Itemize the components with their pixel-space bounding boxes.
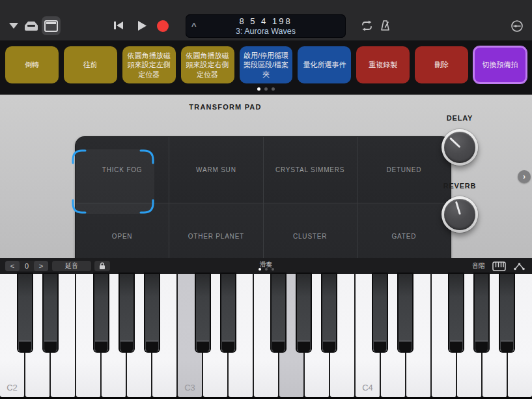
black-key[interactable] bbox=[449, 274, 463, 351]
delay-knob-label: DELAY bbox=[421, 114, 499, 122]
shortcut-button[interactable]: 重複錄製 bbox=[356, 46, 410, 83]
tracks-view-icon bbox=[44, 20, 58, 32]
record-icon bbox=[157, 20, 169, 32]
transform-pad-cell[interactable]: THICK FOG bbox=[76, 137, 169, 203]
shortcut-button[interactable]: 啟用/停用循環樂段區段/檔案夾 bbox=[240, 46, 293, 83]
navigation-chevron-button[interactable] bbox=[9, 23, 18, 29]
tracks-view-button[interactable] bbox=[42, 16, 61, 35]
play-button[interactable] bbox=[136, 20, 147, 31]
keyboard-mode-dots[interactable] bbox=[0, 268, 532, 271]
pad-label: OPEN bbox=[112, 233, 133, 240]
delay-knob[interactable] bbox=[441, 129, 478, 166]
page-dot bbox=[265, 268, 268, 271]
shortcut-page-dots[interactable] bbox=[0, 87, 532, 91]
transform-pad-cell[interactable]: DETUNED bbox=[357, 137, 451, 203]
piano-keyboard: C2C3C4 bbox=[0, 274, 532, 399]
shortcut-button[interactable]: 刪除 bbox=[415, 46, 468, 83]
pad-label: GATED bbox=[392, 233, 417, 240]
key-octave-label: C3 bbox=[178, 383, 202, 392]
black-key[interactable] bbox=[399, 274, 412, 351]
cycle-button[interactable] bbox=[360, 20, 374, 31]
metronome-button[interactable] bbox=[379, 20, 391, 31]
shortcut-button[interactable]: 依圓角播放磁頭來設定右側定位器 bbox=[181, 46, 234, 83]
lcd-position-readout: 8 5 4 198 bbox=[186, 16, 346, 26]
black-key[interactable] bbox=[272, 274, 285, 351]
shortcut-button[interactable]: 切換預備拍 bbox=[473, 46, 527, 83]
keyboard-options-bar: < 0 > 延音 滑奏 音階 bbox=[0, 258, 532, 274]
pad-label: OTHER PLANET bbox=[188, 233, 244, 240]
pad-label: CRYSTAL SIMMERS bbox=[275, 166, 344, 173]
pad-label: THICK FOG bbox=[102, 166, 143, 173]
black-key[interactable] bbox=[196, 274, 210, 351]
black-key[interactable] bbox=[475, 274, 488, 351]
arpeggiator-icon[interactable] bbox=[513, 262, 525, 271]
scale-button[interactable]: 音階 bbox=[472, 261, 485, 271]
top-toolbar: ^ 8 5 4 198 3: Aurora Waves bbox=[0, 0, 532, 40]
black-key[interactable] bbox=[145, 274, 159, 351]
transform-pad[interactable]: THICK FOGWARM SUNCRYSTAL SIMMERSDETUNEDO… bbox=[38, 116, 413, 248]
go-to-beginning-button[interactable] bbox=[112, 20, 125, 31]
smart-controls-panel: TRANSFORM PAD THICK FOGWARM SUNCRYSTAL S… bbox=[0, 95, 532, 258]
black-key[interactable] bbox=[18, 274, 32, 351]
page-dot bbox=[264, 87, 268, 91]
page-dot bbox=[257, 87, 260, 91]
metronome-icon bbox=[379, 20, 391, 31]
black-key[interactable] bbox=[44, 274, 57, 351]
transform-pad-cell[interactable]: WARM SUN bbox=[169, 137, 262, 203]
page-dot bbox=[272, 87, 275, 91]
settings-mixer-icon bbox=[511, 20, 524, 33]
transform-pad-grid: THICK FOGWARM SUNCRYSTAL SIMMERSDETUNEDO… bbox=[76, 137, 451, 269]
delay-knob-face bbox=[444, 132, 475, 163]
shortcut-button[interactable]: 往前 bbox=[64, 46, 117, 83]
shortcut-buttons: 倒轉往前依圓角播放磁頭來設定左側定位器依圓角播放磁頭來設定右側定位器啟用/停用循… bbox=[5, 46, 527, 83]
shortcut-button[interactable]: 倒轉 bbox=[5, 46, 59, 83]
transform-pad-cell[interactable]: CRYSTAL SIMMERS bbox=[264, 137, 357, 203]
reverb-knob-pointer bbox=[455, 201, 460, 214]
keyboard-options-right: 音階 bbox=[472, 258, 525, 274]
black-key[interactable] bbox=[373, 274, 387, 351]
transform-pad-title: TRANSFORM PAD bbox=[38, 103, 413, 111]
garageband-app: ^ 8 5 4 198 3: Aurora Waves bbox=[0, 0, 532, 399]
drawer-icon bbox=[23, 20, 39, 32]
next-controls-page-button[interactable]: › bbox=[518, 170, 531, 183]
loop-cycle-icon bbox=[360, 20, 374, 31]
lcd-display[interactable]: ^ 8 5 4 198 3: Aurora Waves bbox=[186, 14, 346, 38]
reverb-knob[interactable] bbox=[441, 196, 478, 233]
browser-button[interactable] bbox=[23, 20, 39, 32]
shortcut-button-row: 倒轉往前依圓角播放磁頭來設定左側定位器依圓角播放磁頭來設定右側定位器啟用/停用循… bbox=[0, 40, 532, 95]
key-octave-label: C2 bbox=[0, 383, 24, 392]
settings-button[interactable] bbox=[511, 20, 524, 33]
chevron-down-icon bbox=[9, 23, 18, 29]
page-dot bbox=[272, 268, 274, 271]
pad-label: WARM SUN bbox=[196, 166, 236, 173]
record-button[interactable] bbox=[157, 20, 169, 32]
delay-knob-pointer bbox=[449, 138, 460, 149]
black-key[interactable] bbox=[221, 274, 235, 351]
lcd-song-name: 3: Aurora Waves bbox=[186, 27, 346, 36]
shortcut-button[interactable]: 依圓角播放磁頭來設定左側定位器 bbox=[122, 46, 176, 83]
play-icon bbox=[136, 20, 147, 31]
keyboard-layout-icon[interactable] bbox=[492, 261, 506, 271]
black-key[interactable] bbox=[322, 274, 336, 351]
black-key[interactable] bbox=[297, 274, 311, 351]
skip-to-start-icon bbox=[112, 20, 125, 31]
reverb-knob-face bbox=[444, 199, 475, 230]
page-dot bbox=[259, 268, 261, 271]
key-octave-label: C4 bbox=[356, 383, 380, 392]
black-key[interactable] bbox=[500, 274, 514, 351]
pad-label: CLUSTER bbox=[293, 233, 327, 240]
pad-label: DETUNED bbox=[386, 166, 421, 173]
shortcut-button[interactable]: 量化所選事件 bbox=[298, 46, 351, 83]
black-key[interactable] bbox=[94, 274, 108, 351]
black-key[interactable] bbox=[120, 274, 133, 351]
reverb-knob-label: REVERB bbox=[421, 182, 499, 190]
